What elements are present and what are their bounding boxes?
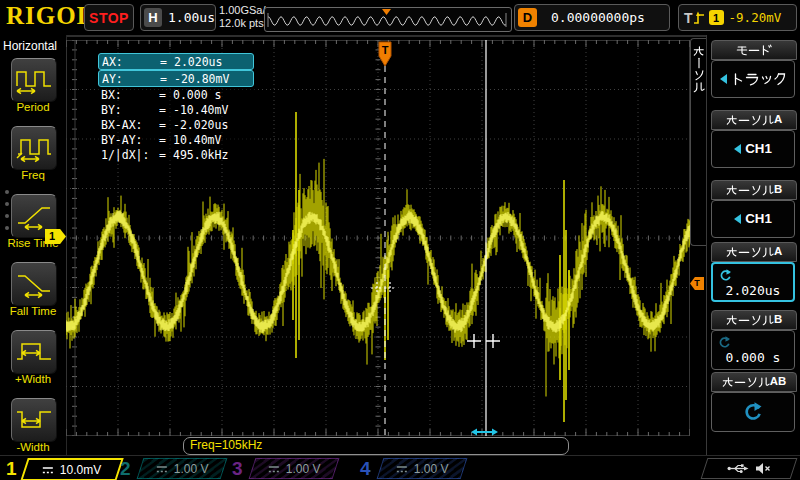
rotate-knob-icon: [718, 336, 731, 349]
menu-section-header: B: [711, 180, 797, 200]
menu-button-1[interactable]: CH1: [711, 130, 795, 168]
preview-wave: [265, 8, 509, 29]
rising-edge-icon: [693, 10, 705, 25]
sidebar-title: Horizontal: [3, 39, 57, 53]
menu-button-label: CH1: [745, 142, 772, 155]
menu-section-header-label: B: [726, 184, 782, 196]
select-left-arrow-icon: [734, 144, 741, 154]
delay-d-icon: D: [518, 8, 537, 27]
channel-1-number[interactable]: 1: [6, 456, 17, 480]
oscilloscope-screen: RIGOL STOP H 1.00us 1.00GSa/s 12.0k pts …: [0, 0, 800, 480]
sidebar-item--width[interactable]: [11, 398, 57, 442]
dc-coupling-icon: [268, 464, 280, 473]
menu-section-header: A: [711, 242, 797, 262]
channel-3-cell[interactable]: 1.00 V: [249, 458, 340, 479]
channel-2-number[interactable]: 2: [120, 456, 131, 480]
timebase-h-icon: H: [144, 8, 162, 27]
dc-coupling-icon: [396, 464, 408, 473]
menu-button-value: 2.020us: [713, 283, 793, 298]
frequency-counter-value: Freq=105kHz: [190, 438, 262, 452]
fall-time-icon: [15, 269, 53, 299]
readout-name: BY-AY:: [101, 133, 159, 147]
menu-button-0[interactable]: [711, 60, 795, 98]
minus-width-icon: [15, 405, 53, 435]
cursor-a-cross[interactable]: [467, 334, 481, 348]
readout-value: 0.000 s: [173, 88, 221, 102]
system-status-cell: [701, 458, 798, 479]
top-status-bar: RIGOL STOP H 1.00us 1.00GSa/s 12.0k pts …: [0, 0, 800, 37]
sidebar-item-fall-time[interactable]: [11, 262, 57, 306]
channel-1-cell[interactable]: 10.0mV: [20, 458, 123, 480]
readout-name: AX:: [102, 55, 160, 69]
trigger-t-label: T: [684, 10, 693, 26]
dc-coupling-icon: [42, 465, 54, 474]
horizontal-measure-sidebar: Horizontal PeriodFreqRise TimeFall Time+…: [0, 35, 67, 455]
trigger-status[interactable]: T 1 -9.20mV: [678, 4, 797, 31]
preview-trigger-marker[interactable]: [382, 9, 391, 15]
cursor-readout-box: AX:=2.020usAY:=-20.80mVBX:=0.000 sBY:=-1…: [96, 52, 256, 163]
menu-button-5[interactable]: [711, 392, 795, 432]
readout-row: AX:=2.020us: [98, 53, 254, 70]
menu-section-header-label: AB: [722, 376, 786, 388]
rigol-logo: RIGOL: [6, 2, 94, 30]
page-indicator-dot: [5, 202, 9, 206]
preview-sine: [268, 17, 506, 25]
readout-name: BX:: [101, 88, 159, 102]
trigger-delay[interactable]: D 0.00000000ps: [514, 4, 670, 31]
rotate-knob-icon: [719, 269, 732, 282]
plus-width-icon: [15, 337, 53, 367]
cursor-menu-tab[interactable]: [690, 38, 706, 246]
sidebar-item-label: +Width: [0, 373, 66, 385]
readout-row: BX:=0.000 s: [98, 87, 254, 102]
readout-equals: =: [159, 88, 173, 102]
channel-scale-value: 1.00 V: [286, 462, 321, 476]
readout-row: BY-AY:=10.40mV: [98, 132, 254, 147]
trigger-level-marker[interactable]: T: [690, 277, 704, 290]
horizontal-timebase[interactable]: H 1.00us: [140, 4, 216, 31]
readout-value: -2.020us: [173, 118, 228, 132]
timebase-value: 1.00us: [168, 10, 215, 25]
channel-scale-value: 10.0mV: [60, 463, 101, 477]
channel-2-cell[interactable]: 1.00 V: [137, 458, 228, 479]
waveform-preview-bar[interactable]: [264, 7, 512, 32]
menu-section-header-label: A: [726, 246, 782, 258]
channel-scale-value: 1.00 V: [414, 462, 449, 476]
sidebar-item-period[interactable]: [11, 58, 57, 102]
channel-cell-inner: 1.00 V: [268, 462, 321, 476]
run-stop-status[interactable]: STOP: [84, 4, 134, 31]
readout-equals: =: [159, 103, 173, 117]
menu-button-2[interactable]: CH1: [711, 200, 795, 238]
cursor-a-cross[interactable]: [486, 334, 500, 348]
readout-equals: =: [159, 148, 173, 162]
usb-icon: [727, 463, 749, 474]
menu-button-value: 0.000 s: [712, 350, 794, 365]
menu-section-header: A: [711, 110, 797, 130]
channel-scale-value: 1.00 V: [174, 462, 209, 476]
channel-cell-inner: 1.00 V: [396, 462, 449, 476]
readout-equals: =: [159, 118, 173, 132]
readout-value: 2.020us: [174, 55, 222, 69]
freq-icon: [15, 133, 53, 163]
speaker-muted-icon[interactable]: [755, 462, 771, 475]
channel-cell-inner: 10.0mV: [42, 463, 101, 477]
readout-value: -10.40mV: [173, 103, 228, 117]
readout-row: BX-AX:=-2.020us: [98, 117, 254, 132]
menu-section-header-label: A: [726, 114, 782, 126]
sidebar-item-label: Freq: [0, 169, 66, 181]
menu-button-4[interactable]: 0.000 s: [711, 330, 795, 370]
rise-time-icon: [15, 201, 53, 231]
menu-section-header-label: [736, 44, 772, 56]
cursor-a-drag-handle[interactable]: [471, 429, 498, 436]
period-icon: [15, 65, 53, 95]
readout-row: 1/|dX|:=495.0kHz: [98, 147, 254, 162]
sidebar-item-freq[interactable]: [11, 126, 57, 170]
readout-name: AY:: [102, 72, 160, 86]
menu-button-3-active[interactable]: 2.020us: [711, 262, 795, 302]
sidebar-item--width[interactable]: [11, 330, 57, 374]
channel-4-cell[interactable]: 1.00 V: [377, 458, 468, 479]
readout-value: -20.80mV: [174, 72, 229, 86]
channel-3-number[interactable]: 3: [232, 456, 243, 480]
trigger-position-marker[interactable]: T: [379, 42, 391, 66]
channel-4-number[interactable]: 4: [360, 456, 371, 480]
svg-text:T: T: [382, 44, 389, 56]
